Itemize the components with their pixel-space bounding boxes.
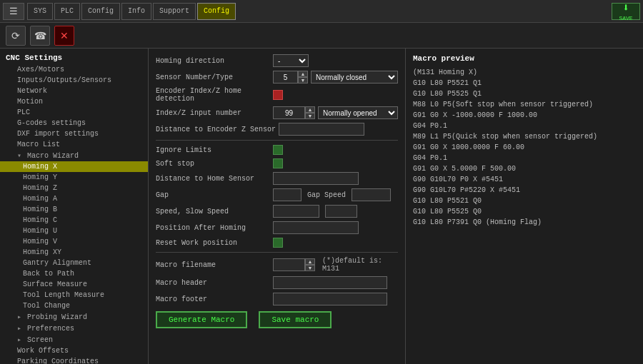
soft-stop-label: Soft stop [156, 160, 270, 168]
sidebar-item-axes[interactable]: Axes/Motors [0, 64, 148, 75]
macro-header-input[interactable]: (M131 Homing X) [273, 276, 387, 289]
position-after-label: Position After Homing [156, 224, 270, 232]
sidebar-item-homing-a[interactable]: Homing A [0, 193, 148, 204]
soft-stop-checkbox[interactable] [273, 158, 283, 168]
save-macro-button[interactable]: Save macro [259, 311, 332, 328]
ignore-limits-checkbox[interactable] [273, 145, 283, 155]
tab-info[interactable]: Info [121, 3, 151, 20]
phone-icon-btn[interactable]: ☎ [30, 26, 50, 46]
speed-label: Speed, Slow Speed [156, 208, 270, 216]
tab-config2[interactable]: Config [197, 3, 236, 20]
reset-work-row: Reset Work position [156, 238, 398, 248]
distance-encoder-input[interactable] [279, 123, 364, 136]
macro-filename-input[interactable]: M131 [273, 258, 305, 271]
sidebar-item-tool-length[interactable]: Tool Length Measure [0, 290, 148, 300]
sidebar-item-preferences[interactable]: ▸ Preferences [0, 323, 148, 334]
sensor-number-up[interactable]: ▲ [298, 71, 308, 77]
close-icon-btn[interactable]: ✕ [54, 26, 74, 46]
sensor-number-label: Sensor Number/Type [156, 74, 270, 81]
macro-header-row: Macro header (M131 Homing X) [156, 276, 398, 289]
position-after-input[interactable]: 0 [273, 221, 359, 234]
generate-macro-button[interactable]: Generate Macro [156, 311, 247, 328]
gap-label: Gap [156, 191, 270, 199]
tab-config1[interactable]: Config [81, 3, 120, 20]
macro-header-label: Macro header [156, 279, 270, 287]
macro-filename-down[interactable]: ▼ [305, 265, 315, 271]
gap-input[interactable]: 5 [273, 188, 301, 201]
sidebar-item-tool-change[interactable]: Tool Change [0, 300, 148, 311]
menu-button[interactable]: ☰ [3, 3, 24, 20]
encoder-checkbox[interactable] [273, 90, 283, 100]
tab-sys[interactable]: SYS [27, 3, 53, 20]
sidebar-item-macrolist[interactable]: Macro List [0, 139, 148, 150]
sidebar-item-parking[interactable]: Parking Coordinates [0, 356, 148, 364]
indexz-down[interactable]: ▼ [305, 113, 315, 119]
macro-filename-spinner: M131 ▲ ▼ [273, 258, 315, 271]
sensor-number-down[interactable]: ▼ [298, 77, 308, 84]
speed-input[interactable]: 1000 [273, 205, 319, 218]
sidebar-item-homing-y[interactable]: Homing Y [0, 172, 148, 183]
top-tabs: SYS PLC Config Info Support Config [27, 3, 612, 20]
divider1 [156, 140, 398, 141]
save-button[interactable]: ⬇ SAVE [612, 3, 640, 20]
top-bar: ☰ SYS PLC Config Info Support Config ⬇ S… [0, 0, 643, 23]
sidebar-item-homing-z[interactable]: Homing Z [0, 183, 148, 193]
sidebar-item-probing[interactable]: ▸ Probing Wizard [0, 311, 148, 323]
encoder-label: Encoder Index/Z homedetection [156, 87, 270, 103]
sidebar-item-gcodes[interactable]: G-codes settings [0, 118, 148, 128]
position-after-row: Position After Homing 0 [156, 221, 398, 234]
preview-title: Macro preview [413, 54, 636, 63]
tab-support[interactable]: Support [153, 3, 196, 20]
main-layout: CNC Settings Axes/Motors Inputs/Outputs/… [0, 49, 643, 364]
distance-home-row: Distance to Home Sensor 1000 [156, 172, 398, 185]
sidebar-title: CNC Settings [0, 51, 148, 64]
sidebar-item-inputs[interactable]: Inputs/Outputs/Sensors [0, 75, 148, 86]
form-panel: Homing direction - + Sensor Number/Type … [149, 49, 406, 364]
sidebar-item-homing-v[interactable]: Homing V [0, 236, 148, 247]
sidebar-item-homing-c[interactable]: Homing C [0, 215, 148, 226]
ignore-limits-label: Ignore Limits [156, 146, 270, 154]
sidebar-item-dxf[interactable]: DXF import settings [0, 128, 148, 139]
homing-direction-select[interactable]: - + [273, 54, 309, 67]
gap-speed-label: Gap Speed [307, 191, 346, 199]
macro-filename-up[interactable]: ▲ [305, 258, 315, 265]
sensor-number-spinner-btns: ▲ ▼ [298, 71, 308, 84]
gap-speed-input[interactable]: 500 [352, 188, 391, 201]
reset-work-checkbox[interactable] [273, 238, 283, 248]
sidebar-item-surface[interactable]: Surface Measure [0, 279, 148, 290]
sidebar-item-workoffsets[interactable]: Work Offsets [0, 345, 148, 356]
soft-stop-row: Soft stop [156, 158, 398, 168]
encoder-row: Encoder Index/Z homedetection [156, 87, 398, 103]
distance-encoder-label: Distance to Encoder Z Sensor [156, 126, 276, 133]
sidebar-item-plc[interactable]: PLC [0, 107, 148, 118]
sidebar-item-gantry[interactable]: Gantry Alignment [0, 258, 148, 268]
sidebar-item-back-to-path[interactable]: Back to Path [0, 268, 148, 279]
sensor-number-spinner: ▲ ▼ [273, 71, 308, 84]
sidebar-item-homing-x[interactable]: Homing X [0, 161, 148, 172]
tab-plc[interactable]: PLC [54, 3, 80, 20]
indexz-spinner: ▲ ▼ [273, 106, 315, 119]
sidebar-item-network[interactable]: Network [0, 86, 148, 96]
indexz-row: Index/Z input number ▲ ▼ Normally opened… [156, 106, 398, 119]
macro-filename-label: Macro filename [156, 261, 270, 269]
indexz-input[interactable] [273, 106, 305, 119]
slow-speed-input[interactable]: 60 [325, 205, 357, 218]
indexz-type-select[interactable]: Normally opened Normally closed [318, 106, 398, 119]
indexz-label: Index/Z input number [156, 109, 270, 117]
sidebar-item-screen[interactable]: ▸ Screen [0, 334, 148, 345]
sensor-number-input[interactable] [273, 71, 298, 84]
refresh-icon-btn[interactable]: ⟳ [6, 26, 26, 46]
sidebar-item-homing-xy[interactable]: Homing XY [0, 247, 148, 258]
distance-home-input[interactable]: 1000 [273, 172, 359, 185]
indexz-up[interactable]: ▲ [305, 106, 315, 113]
macro-footer-input[interactable] [273, 293, 387, 305]
macro-filename-row: Macro filename M131 ▲ ▼ (*)default is: M… [156, 257, 398, 273]
sensor-number-row: Sensor Number/Type ▲ ▼ Normally closed N… [156, 71, 398, 84]
preview-panel: Macro preview (M131 Homing X)G10 L80 P55… [406, 49, 643, 364]
sidebar-item-motion[interactable]: Motion [0, 96, 148, 107]
sidebar-item-homing-b[interactable]: Homing B [0, 204, 148, 215]
sidebar-item-macrowizard[interactable]: ▾ Macro Wizard [0, 150, 148, 161]
sidebar-item-homing-u[interactable]: Homing U [0, 226, 148, 236]
sensor-type-select[interactable]: Normally closed Normally opened [311, 71, 398, 84]
preview-content: (M131 Homing X)G10 L80 P5521 Q1G10 L80 P… [413, 67, 636, 228]
